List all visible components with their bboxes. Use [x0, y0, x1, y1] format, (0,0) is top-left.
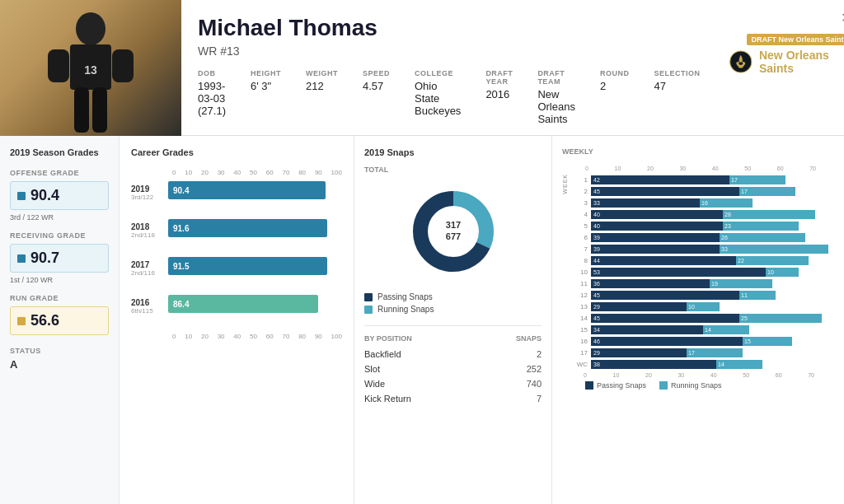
week-label: 12 [570, 292, 591, 299]
legend-running-dot [364, 306, 373, 314]
weekly-bar-passing: 40 [591, 222, 723, 231]
week-label: 3 [570, 199, 591, 207]
weekly-bar-container: 29 10 [591, 301, 834, 312]
by-position-row: Backfield 2 [364, 349, 542, 359]
sidebar: 2019 Season Grades OFFENSE GRADE 90.4 3r… [0, 136, 120, 504]
receiving-grade-value: 90.7 [30, 250, 59, 267]
weekly-section: WEEKLY 0 10 20 30 40 50 60 70 WEEK 1 42 [552, 136, 844, 504]
weekly-legend-running-dot [659, 381, 668, 390]
weekly-bar-container: 33 16 [591, 197, 834, 208]
svg-rect-4 [74, 87, 89, 133]
weekly-bar-running: 10 [687, 302, 720, 311]
team-logo-area: New Orleans Saints [729, 49, 844, 75]
weekly-legend-running: Running Snaps [659, 381, 722, 390]
week-label: 8 [570, 257, 591, 264]
weekly-bar-row: 16 46 15 [570, 335, 834, 347]
snaps-section: 2019 Snaps TOTAL 317 677 [354, 136, 552, 504]
team-logo-icon [729, 49, 753, 75]
weekly-bar-container: 44 22 [591, 254, 834, 266]
receiving-grade-section: RECEIVING GRADE 90.7 1st / 120 WR [10, 231, 109, 284]
offense-grade-section: OFFENSE GRADE 90.4 3rd / 122 WR [10, 169, 109, 222]
snaps-legend: Passing Snaps Running Snaps [364, 292, 542, 314]
weekly-bar-passing: 36 [591, 279, 710, 288]
week-label: 1 [570, 176, 591, 184]
weekly-bar-running: 14 [716, 360, 762, 369]
status-value: A [10, 358, 109, 371]
weekly-legend-passing: Passing Snaps [585, 381, 646, 390]
weekly-bar-passing: 39 [591, 233, 720, 242]
weekly-bar-running: 22 [736, 256, 809, 265]
weekly-bar-running: 23 [723, 222, 799, 231]
stat-draft-team: DRAFT TEAM New Orleans Saints [537, 69, 575, 125]
stat-weight: WEIGHT 212 [306, 69, 338, 92]
weekly-bar-container: 40 28 [591, 208, 834, 220]
weekly-bar-row: 12 45 11 [570, 289, 834, 301]
by-position-rows: Backfield 2 Slot 252 Wide 740 Kick Retur… [364, 349, 542, 404]
player-stats-row: DOB 1993-03-03 (27.1) HEIGHT 6' 3" WEIGH… [198, 69, 700, 125]
weekly-bar-running: 19 [710, 279, 772, 288]
week-label: 13 [570, 303, 591, 310]
run-grade-box: 56.6 [10, 306, 109, 335]
career-bar-container: 90.4 [168, 181, 342, 204]
header: 13 Michael Thomas WR #13 DOB 1993-03-03 … [0, 0, 844, 136]
offense-grade-box: 90.4 [10, 181, 109, 210]
weekly-chart-legend: Passing Snaps Running Snaps [562, 381, 834, 390]
week-label: 11 [570, 280, 591, 287]
weekly-bar-running: 15 [743, 337, 792, 346]
svg-text:317: 317 [445, 220, 460, 230]
weekly-bar-container: 38 14 [591, 358, 834, 370]
career-bar-container: 86.4 [168, 295, 342, 318]
weekly-bar-running: 10 [766, 268, 799, 277]
svg-rect-8 [739, 67, 743, 68]
run-grade-label: RUN GRADE [10, 294, 109, 302]
week-axis-label: WEEK [562, 174, 568, 203]
career-axis-bottom: 0 10 20 30 40 50 60 70 80 90 100 [131, 333, 342, 340]
svg-rect-3 [112, 49, 134, 82]
weekly-bar-passing: 33 [591, 198, 700, 208]
weekly-bar-container: 34 14 [591, 324, 834, 335]
offense-grade-dot [17, 192, 26, 200]
status-label: STATUS [10, 347, 109, 355]
career-year-label: 2016 6th/115 [131, 298, 168, 315]
weekly-bar-passing: 38 [591, 360, 716, 369]
weekly-bar-running: 14 [703, 325, 749, 334]
week-label: 15 [570, 326, 591, 334]
snaps-total-label: TOTAL [364, 166, 542, 174]
svg-point-0 [76, 12, 106, 45]
weekly-bar-row: 3 33 16 [570, 197, 834, 208]
player-position: WR #13 [198, 44, 700, 58]
offense-grade-rank: 3rd / 122 WR [10, 213, 109, 222]
career-bar: 91.6 [168, 219, 327, 237]
offense-grade-label: OFFENSE GRADE [10, 169, 109, 177]
weekly-bar-passing: 45 [591, 291, 739, 300]
close-button[interactable]: ✕ [841, 10, 844, 26]
player-photo: 13 [0, 0, 181, 136]
offense-grade-value: 90.4 [30, 187, 59, 204]
legend-passing-dot [364, 293, 373, 301]
weekly-axis-top: 0 10 20 30 40 50 60 70 [562, 166, 834, 171]
header-team: ✕ DRAFT New Orleans Saints New Orleans S… [716, 0, 844, 135]
week-label: 2 [570, 188, 591, 195]
weekly-bar-passing: 39 [591, 245, 720, 254]
week-label: 4 [570, 211, 591, 218]
weekly-bar-passing: 46 [591, 337, 743, 346]
career-bar-container: 91.6 [168, 219, 342, 242]
donut-chart-container: 317 677 [364, 182, 542, 281]
weekly-bar-passing: 53 [591, 268, 766, 277]
career-year-label: 2019 3rd/122 [131, 184, 168, 201]
main-content: 2019 Season Grades OFFENSE GRADE 90.4 3r… [0, 136, 844, 504]
week-label: 16 [570, 338, 591, 345]
snaps-title: 2019 Snaps [364, 147, 542, 157]
weekly-bar-passing: 29 [591, 302, 687, 311]
weekly-bar-row: 2 45 17 [570, 185, 834, 197]
receiving-grade-dot [17, 254, 26, 263]
career-year-label: 2017 2nd/116 [131, 260, 168, 277]
receiving-grade-label: RECEIVING GRADE [10, 231, 109, 240]
weekly-bar-container: 45 11 [591, 289, 834, 301]
status-section: STATUS A [10, 347, 109, 371]
stat-speed: SPEED 4.57 [363, 69, 390, 92]
team-name: New Orleans Saints [759, 49, 844, 75]
weekly-bar-passing: 45 [591, 187, 739, 196]
weekly-bar-container: 46 15 [591, 335, 834, 347]
stat-dob: DOB 1993-03-03 (27.1) [198, 69, 226, 117]
